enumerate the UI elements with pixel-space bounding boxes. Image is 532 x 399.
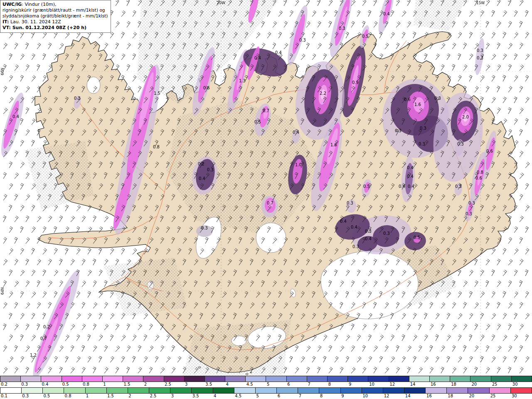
legend-sleet-snow-segment bbox=[41, 376, 62, 382]
model-name: UWC/IG bbox=[2, 2, 22, 7]
legend-sleet-snow-segment bbox=[143, 376, 164, 382]
precip-value-label: 0.6 bbox=[486, 149, 493, 153]
legend-sleet-snow-segment bbox=[205, 376, 225, 382]
precip-value-label: 0.5 bbox=[414, 235, 420, 240]
precip-value-label: 0.5 bbox=[362, 34, 369, 39]
precip-value-label: 0.4 bbox=[351, 225, 357, 229]
precip-value-label: 2.0 bbox=[462, 115, 469, 119]
legend-sleet-snow-segment bbox=[430, 376, 450, 382]
precip-value-label: 0.3 bbox=[365, 229, 372, 234]
legend-rain-segment bbox=[447, 388, 468, 393]
legend-sleet-snow-tick-label: 14 bbox=[409, 382, 430, 387]
legend-rain-segment bbox=[341, 388, 362, 393]
legend-rain-segment bbox=[128, 388, 149, 393]
precip-value-label: 1.5 bbox=[154, 91, 160, 96]
legend-rain-segment bbox=[468, 388, 489, 393]
legend-rain-segment bbox=[490, 388, 511, 393]
valid-time-label: VT: bbox=[2, 25, 11, 30]
precip-value-label: 0.3 bbox=[383, 231, 390, 236]
valid-time: VT: Sun. 01.12.2024 08Z (+20 h) bbox=[2, 25, 108, 31]
legend-sleet-snow-segment bbox=[491, 376, 512, 382]
precip-value-label: 0.4 bbox=[407, 165, 414, 170]
legend-bar-rain bbox=[0, 387, 532, 394]
legend-rain-segment bbox=[192, 388, 213, 393]
legend-sleet-snow-tick-label: 9 bbox=[348, 382, 368, 387]
legend-rain-segment bbox=[277, 388, 298, 393]
legend-sleet-snow-tick-label: 0.5 bbox=[62, 382, 82, 387]
legend-rain-tick-label: 30 bbox=[511, 394, 532, 399]
precip-value-label: 0.3 bbox=[420, 126, 426, 131]
precip-value-label: 0.6 bbox=[404, 97, 411, 102]
legend-rain-tick-label: 6 bbox=[277, 394, 298, 399]
precip-value-label: 0.3 bbox=[395, 128, 401, 133]
precip-value-label: 0.7 bbox=[40, 336, 47, 341]
legend-rain-tick-label: 5 bbox=[255, 394, 276, 399]
precip-value-label: 0.7 bbox=[267, 201, 273, 205]
legend-rain-tick-label: 14 bbox=[404, 394, 426, 399]
valid-time-value: Sun. 01.12.2024 08Z (+20 h) bbox=[11, 25, 86, 30]
legend-rain-segment bbox=[213, 388, 234, 393]
legend-rain-segment bbox=[22, 388, 43, 393]
precip-value-label: 0.4 bbox=[293, 130, 299, 135]
precip-value-label: 0.3 bbox=[457, 142, 464, 146]
lat-label-66n: 66N bbox=[0, 68, 5, 75]
legend-sleet-snow-tick-label: 0.4 bbox=[41, 382, 61, 387]
legend-rain-segment bbox=[86, 388, 107, 393]
legend-sleet-snow-tick-label: 8 bbox=[328, 382, 348, 387]
legend-rain-segment bbox=[107, 388, 128, 393]
legend-sleet-snow-segment bbox=[368, 376, 389, 382]
title-box: UWC/IG: Vindur (10m), rigning/skúrir (gr… bbox=[0, 0, 111, 33]
legend-rain-tick-label: 0.5 bbox=[42, 394, 64, 399]
init-time-value: Lau. 30. 11. 2024 12Z bbox=[9, 19, 61, 25]
legend-rain-segment bbox=[362, 388, 383, 393]
legend-rain-tick-label: 0.8 bbox=[64, 394, 85, 399]
legend-sleet-snow-segment bbox=[185, 376, 205, 382]
precip-value-label: 0.3 bbox=[74, 96, 81, 101]
legend-rain-segment bbox=[319, 388, 340, 393]
legend-sleet-snow-tick-label: 3.5 bbox=[204, 382, 225, 387]
legend-rain-tick-label: 7 bbox=[298, 394, 319, 399]
precip-value-label: 0.6 bbox=[203, 86, 210, 90]
legend-rain-segment bbox=[170, 388, 192, 393]
legend-rain-tick-label: 4 bbox=[213, 394, 234, 399]
legend-rain-tick-label: 4.5 bbox=[234, 394, 255, 399]
precip-value-label: 0.2 bbox=[198, 162, 204, 166]
legend-sleet-snow-tick-label: 2.5 bbox=[164, 382, 184, 387]
weather-map: 0.40.31.50.80.61.30.40.40.30.30.40.50.92… bbox=[0, 0, 532, 376]
legend-sleet-snow-tick-label: 3 bbox=[184, 382, 204, 387]
precip-value-label: 0.5 bbox=[363, 184, 370, 189]
legend-rain-segment bbox=[256, 388, 277, 393]
legend-rain-tick-label: 12 bbox=[383, 394, 404, 399]
precip-value-label: 0.4 bbox=[275, 50, 282, 55]
legend-sleet-snow-segment bbox=[103, 376, 123, 382]
legend-block: 0.20.30.40.50.811.522.533.544.5567891012… bbox=[0, 376, 532, 399]
legend-rain-tick-label: 0.1 bbox=[0, 394, 21, 399]
legend-sleet-snow-segment bbox=[409, 376, 430, 382]
legend-sleet-snow-segment bbox=[307, 376, 328, 382]
precip-value-label: 1.2 bbox=[30, 353, 37, 357]
legend-sleet-snow-segment bbox=[328, 376, 348, 382]
legend-rain-tick-label: 16 bbox=[426, 394, 447, 399]
legend-rain-tick-label: 3 bbox=[170, 394, 192, 399]
legend-rain-segment bbox=[234, 388, 256, 393]
legend-sleet-snow-tick-label: 0.2 bbox=[0, 382, 20, 387]
precip-value-label: 0.3 bbox=[466, 212, 472, 216]
legend-rain-segment bbox=[298, 388, 319, 393]
legend-sleet-snow-tick-label: 0.3 bbox=[20, 382, 41, 387]
precip-value-label: 1.0 bbox=[295, 163, 302, 167]
legend-sleet-snow-tick-label: 30 bbox=[512, 382, 532, 387]
legend-sleet-snow-tick-label: 18 bbox=[450, 382, 470, 387]
legend-bar-sleet-snow bbox=[0, 376, 532, 382]
precip-value-label: 0.4 bbox=[12, 114, 19, 119]
precip-value-label: 0.3 bbox=[419, 142, 425, 146]
lon-label-20w: 20W bbox=[217, 1, 225, 5]
legend-sleet-snow-tick-label: 2 bbox=[143, 382, 164, 387]
title-line-sleet: slydda/snjókoma (grátt/bleikt/grænt - mm… bbox=[2, 13, 108, 19]
precip-value-label: 0.3 bbox=[347, 201, 353, 205]
precip-value-label: 0.3 bbox=[434, 96, 441, 101]
title-line-rain: rigning/skúrir (grænt/blátt/rautt - mm/1… bbox=[2, 7, 108, 13]
legend-rain-tick-label: 2 bbox=[128, 394, 149, 399]
legend-sleet-snow-tick-label: 4 bbox=[225, 382, 246, 387]
legend-sleet-snow-segment bbox=[266, 376, 286, 382]
legend-sleet-snow-tick-label: 10 bbox=[368, 382, 389, 387]
